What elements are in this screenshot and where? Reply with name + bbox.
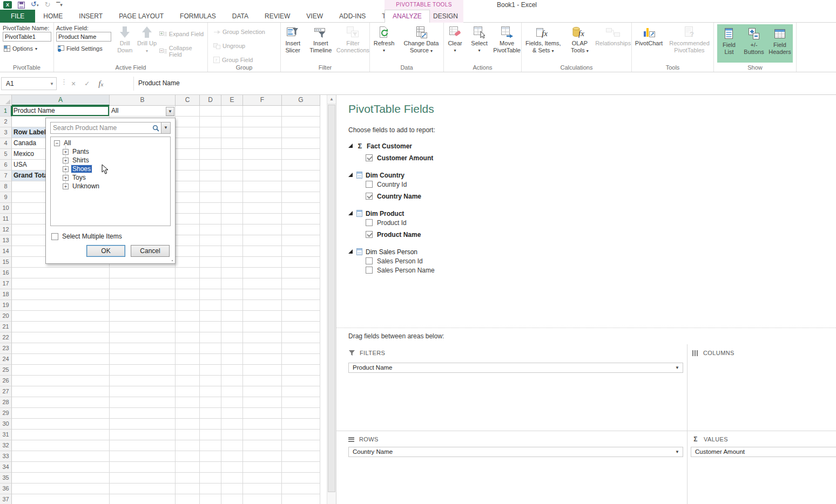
tab-data[interactable]: DATA (224, 10, 257, 23)
cell-C34[interactable] (176, 462, 200, 473)
row-header-17[interactable]: 17 (0, 278, 12, 289)
cell-F9[interactable] (243, 192, 282, 203)
cell-F31[interactable] (243, 430, 282, 440)
row-header-10[interactable]: 10 (0, 203, 12, 214)
cell-E32[interactable] (221, 440, 243, 451)
refresh-button[interactable]: Refresh ▾ (370, 23, 397, 63)
cell-F27[interactable] (243, 386, 282, 397)
field-checkbox[interactable] (366, 231, 373, 238)
cell-C6[interactable] (176, 160, 200, 171)
field-group-header[interactable]: Dim Sales Person (348, 247, 629, 256)
row-header-21[interactable]: 21 (0, 322, 12, 332)
name-box-dropdown-arrow[interactable]: ▼ (48, 81, 56, 86)
cell-C31[interactable] (176, 430, 200, 440)
field-checkbox[interactable] (366, 181, 373, 188)
cell-C36[interactable] (176, 483, 200, 494)
cell-A19[interactable] (12, 300, 110, 311)
cell-D17[interactable] (200, 278, 221, 289)
clear-button[interactable]: Clear ▾ (444, 23, 466, 63)
tree-item-toys[interactable]: +Toys (51, 173, 170, 182)
row-header-34[interactable]: 34 (0, 462, 12, 473)
cell-D11[interactable] (200, 214, 221, 224)
cell-G10[interactable] (282, 203, 320, 214)
cell-B16[interactable] (110, 268, 176, 278)
cell-D1[interactable] (200, 106, 221, 117)
ok-button[interactable]: OK (86, 245, 125, 257)
cell-D7[interactable] (200, 171, 221, 181)
row-header-16[interactable]: 16 (0, 268, 12, 278)
cell-G6[interactable] (282, 160, 320, 171)
cell-D24[interactable] (200, 354, 221, 365)
cell-G20[interactable] (282, 311, 320, 322)
cell-G31[interactable] (282, 430, 320, 440)
cell-D6[interactable] (200, 160, 221, 171)
cell-D13[interactable] (200, 235, 221, 246)
cell-G2[interactable] (282, 117, 320, 127)
column-header-G[interactable]: G (282, 95, 320, 106)
cell-G1[interactable] (282, 106, 320, 117)
cell-G4[interactable] (282, 138, 320, 149)
row-header-8[interactable]: 8 (0, 181, 12, 192)
field-item-country-name[interactable]: Country Name (366, 192, 629, 201)
cell-F4[interactable] (243, 138, 282, 149)
row-header-14[interactable]: 14 (0, 246, 12, 257)
cell-C23[interactable] (176, 343, 200, 354)
cell-B19[interactable] (110, 300, 176, 311)
cell-A31[interactable] (12, 430, 110, 440)
cell-G5[interactable] (282, 149, 320, 160)
cell-B32[interactable] (110, 440, 176, 451)
cell-C24[interactable] (176, 354, 200, 365)
search-input[interactable] (51, 124, 152, 132)
cell-C9[interactable] (176, 192, 200, 203)
cell-D8[interactable] (200, 181, 221, 192)
row-header-24[interactable]: 24 (0, 354, 12, 365)
row-header-5[interactable]: 5 (0, 149, 12, 160)
cell-C11[interactable] (176, 214, 200, 224)
collapse-triangle-icon[interactable] (348, 173, 353, 178)
cell-C13[interactable] (176, 235, 200, 246)
cell-E5[interactable] (221, 149, 243, 160)
field-group-header[interactable]: ΣFact Customer (348, 141, 629, 151)
cell-C37[interactable] (176, 494, 200, 504)
select-multiple-items-option[interactable]: Select Multiple Items (51, 233, 170, 240)
cell-C1[interactable] (176, 106, 200, 117)
cell-E10[interactable] (221, 203, 243, 214)
field-settings-button[interactable]: Field Settings (56, 43, 112, 54)
cell-G32[interactable] (282, 440, 320, 451)
cell-F19[interactable] (243, 300, 282, 311)
cell-F33[interactable] (243, 451, 282, 462)
cell-E18[interactable] (221, 289, 243, 300)
cell-D9[interactable] (200, 192, 221, 203)
cell-D37[interactable] (200, 494, 221, 504)
cell-E19[interactable] (221, 300, 243, 311)
cell-A24[interactable] (12, 354, 110, 365)
cell-D32[interactable] (200, 440, 221, 451)
row-header-28[interactable]: 28 (0, 397, 12, 408)
column-header-C[interactable]: C (176, 95, 200, 106)
cell-B23[interactable] (110, 343, 176, 354)
cell-E37[interactable] (221, 494, 243, 504)
cell-D28[interactable] (200, 397, 221, 408)
column-header-F[interactable]: F (243, 95, 282, 106)
expand-box-icon[interactable]: + (63, 175, 69, 181)
row-header-33[interactable]: 33 (0, 451, 12, 462)
expand-box-icon[interactable]: + (63, 183, 69, 189)
row-header-13[interactable]: 13 (0, 235, 12, 246)
cell-C32[interactable] (176, 440, 200, 451)
row-header-36[interactable]: 36 (0, 483, 12, 494)
cell-G22[interactable] (282, 332, 320, 343)
change-data-source-button[interactable]: Change Data Source ▾ (400, 23, 443, 63)
cell-A26[interactable] (12, 376, 110, 386)
cell-E14[interactable] (221, 246, 243, 257)
cell-F32[interactable] (243, 440, 282, 451)
rows-field-chip[interactable]: Country Name▼ (348, 447, 683, 457)
cell-F5[interactable] (243, 149, 282, 160)
b1-filter-dropdown-button[interactable]: ▼ (166, 107, 174, 116)
cancel-entry-icon[interactable]: × (71, 79, 76, 88)
cell-C20[interactable] (176, 311, 200, 322)
cell-G15[interactable] (282, 257, 320, 268)
row-header-23[interactable]: 23 (0, 343, 12, 354)
chip-dropdown-arrow[interactable]: ▼ (675, 363, 683, 372)
confirm-entry-icon[interactable]: ✓ (84, 80, 90, 87)
cell-E25[interactable] (221, 365, 243, 376)
